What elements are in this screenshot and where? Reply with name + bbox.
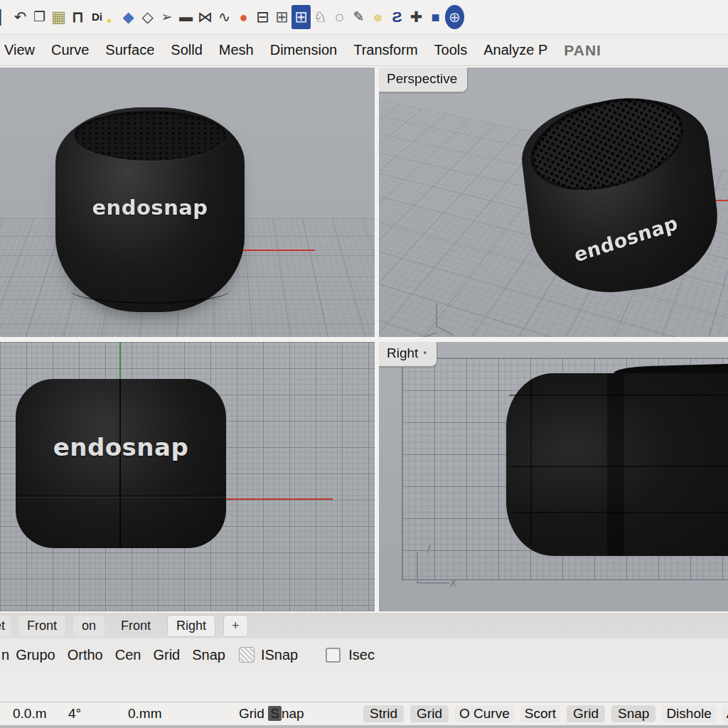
axis-x-label: x xyxy=(456,333,461,337)
speaker-model[interactable]: endosnap xyxy=(55,107,245,312)
menu-mesh[interactable]: Mesh xyxy=(219,42,254,58)
menu-pani[interactable]: PANI xyxy=(564,42,601,59)
viewport-tab-right[interactable]: Right xyxy=(167,615,215,637)
layers-table-icon[interactable]: ▦ xyxy=(49,5,68,29)
flick-tool-icon[interactable]: ➢ xyxy=(157,5,176,29)
status-ard-toggle[interactable]: Ard xyxy=(722,705,728,722)
hook-tool-icon[interactable]: Ƨ xyxy=(387,5,407,29)
toggle-grupo[interactable]: Grupo xyxy=(16,647,55,663)
distance-readout: 0.mm xyxy=(128,702,162,725)
speaker-logo: endosnap xyxy=(55,196,245,220)
cad-application-window: ▌ ↶ ❐ ▦ ⊓ Di ● ◆ ◇ ➢ ▬ ⋈ ∿ ● ⊟ ⊞ ⊞ ♘ ◌ ✎… xyxy=(0,0,728,728)
speaker-seam xyxy=(16,496,226,498)
axis-x-label: X xyxy=(450,577,456,589)
menu-view[interactable]: View xyxy=(4,42,35,58)
toggle-ortho[interactable]: Ortho xyxy=(68,647,103,663)
box-tool-icon[interactable]: ■ xyxy=(426,5,445,29)
x-axis-line xyxy=(235,250,315,251)
pencil-ellipse-icon[interactable]: ✎ xyxy=(349,5,368,29)
viewport-tab-front-2[interactable]: Front xyxy=(112,616,159,636)
viewport-right[interactable]: Right• X xyxy=(379,342,728,611)
toggle-clipped: n xyxy=(1,647,9,663)
curve-edit-icon[interactable]: ∿ xyxy=(215,5,234,29)
x-axis-line xyxy=(225,498,333,500)
menu-bar: View Curve Surface Solld Mesh Dimension … xyxy=(0,35,728,66)
speaker-top-grille xyxy=(74,111,226,161)
surface-tool-icon[interactable]: ◆ xyxy=(119,5,138,29)
footer-spacer xyxy=(0,671,728,702)
speaker-logo: endosnap xyxy=(16,433,226,461)
speaker-seam-band xyxy=(607,373,624,556)
isnap-label[interactable]: ISnap xyxy=(261,647,298,663)
menu-tools[interactable]: Tools xyxy=(434,42,468,58)
speaker-top-grille xyxy=(520,82,694,205)
menu-dimension[interactable]: Dimension xyxy=(270,42,337,58)
isec-label[interactable]: Isec xyxy=(348,647,375,663)
isec-checkbox[interactable] xyxy=(326,648,341,663)
toggle-cen[interactable]: Cen xyxy=(115,647,141,663)
sphere-tool-icon[interactable]: ● xyxy=(234,5,253,29)
status-ocurve-toggle[interactable]: O Curve xyxy=(455,705,514,722)
clamp-tool-icon[interactable]: ⊓ xyxy=(68,5,87,29)
status-dishole-toggle[interactable]: Dishole xyxy=(662,705,715,722)
clipped-tool-icon[interactable]: ▌ xyxy=(0,5,11,29)
transform-tool-icon[interactable]: ⋈ xyxy=(196,5,215,29)
speaker-seam xyxy=(530,379,532,547)
status-grid2-toggle[interactable]: Grid xyxy=(567,705,605,722)
axis-gizmo: x xyxy=(416,301,461,337)
menu-analyze[interactable]: Analyze P xyxy=(483,42,547,58)
named-view-icon[interactable]: ♘ xyxy=(311,5,330,29)
status-scort-toggle[interactable]: Scort xyxy=(520,705,560,722)
speaker-front-view[interactable]: endosnap xyxy=(16,379,226,548)
grid-snap-highlight: S xyxy=(268,706,282,721)
crosshair-tool-icon[interactable]: ✚ xyxy=(407,5,426,29)
grid-view-icon[interactable]: ⊞ xyxy=(272,5,291,29)
speaker-seam xyxy=(509,466,728,467)
lasso-tool-icon[interactable]: ◌ xyxy=(330,5,349,29)
toggle-snap[interactable]: Snap xyxy=(192,647,225,663)
grid-view-blue-icon[interactable]: ⊞ xyxy=(291,5,311,29)
viewport-tab-strip: et Front on Front Right + xyxy=(0,613,728,638)
detail-dots-icon[interactable]: ● xyxy=(100,9,119,33)
grid-snap-indicator[interactable]: Grid Snap xyxy=(239,702,304,725)
menu-transform[interactable]: Transform xyxy=(353,42,417,58)
toggle-grid[interactable]: Grid xyxy=(153,647,180,663)
speaker-right-view[interactable] xyxy=(506,373,728,556)
viewport-label-right[interactable]: Right• xyxy=(379,342,437,367)
menu-curve[interactable]: Curve xyxy=(51,42,89,58)
speaker-logo: endosnap xyxy=(534,199,718,279)
status-strid-toggle[interactable]: Strid xyxy=(363,705,404,722)
mesh-tool-icon[interactable]: ◇ xyxy=(138,5,157,29)
coordinate-readout: 0.0.m xyxy=(13,702,47,725)
menu-surface[interactable]: Surface xyxy=(105,42,154,58)
menu-solid[interactable]: Solld xyxy=(171,42,202,58)
viewport-tab-on[interactable]: on xyxy=(73,616,105,636)
grid-snap-post: nap xyxy=(282,706,304,721)
add-viewport-tab[interactable]: + xyxy=(223,615,248,637)
status-toggle-row: n Grupo Ortho Cen Grid Snap ISnap Isec xyxy=(0,638,728,671)
grid-snap-pre: Grid xyxy=(239,706,268,721)
globe-tool-icon[interactable]: ⊕ xyxy=(445,5,464,29)
speaker-bottom-seam xyxy=(70,277,230,304)
paint-roller-icon[interactable]: ▬ xyxy=(176,5,196,29)
speaker-seam xyxy=(509,395,728,396)
status-bar: 0.0.m 4° 0.mm Grid Snap Strid Grid O Cur… xyxy=(0,702,728,728)
split-view-icon[interactable]: ⊟ xyxy=(253,5,272,29)
viewport-label-dot: • xyxy=(423,347,427,358)
viewport-tab-front[interactable]: Front xyxy=(18,616,65,636)
y-axis-line xyxy=(119,342,121,382)
status-snap-toggle[interactable]: Snap xyxy=(611,705,655,722)
viewport-perspective[interactable]: Perspective endosnap x xyxy=(379,68,728,337)
isnap-checkbox[interactable] xyxy=(239,647,255,663)
status-grid-toggle[interactable]: Grid xyxy=(410,705,449,722)
arc-tool-icon[interactable]: ↶ xyxy=(11,5,30,29)
viewport-tab-clipped[interactable]: et xyxy=(0,616,11,636)
viewport-area: endosnap Perspective endosnap x endosna xyxy=(0,66,728,613)
speaker-centerline xyxy=(119,379,121,548)
viewport-top-left[interactable]: endosnap xyxy=(0,68,375,337)
toolbar: ▌ ↶ ❐ ▦ ⊓ Di ● ◆ ◇ ➢ ▬ ⋈ ∿ ● ⊟ ⊞ ⊞ ♘ ◌ ✎… xyxy=(0,0,728,35)
viewport-label-perspective[interactable]: Perspective xyxy=(379,68,468,92)
blob-tool-icon[interactable]: ● xyxy=(368,5,387,29)
copy-tool-icon[interactable]: ❐ xyxy=(30,5,49,29)
viewport-front[interactable]: endosnap xyxy=(0,342,375,611)
